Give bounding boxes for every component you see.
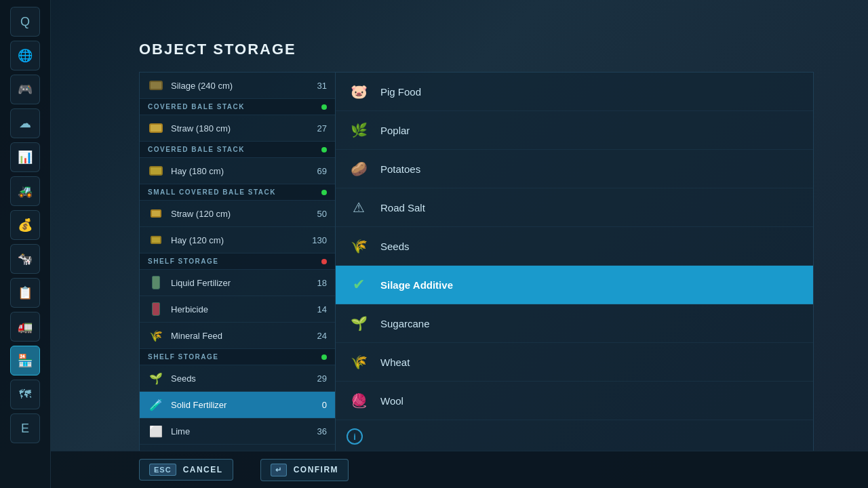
cancel-label: CANCEL [183,465,223,474]
section-header-shelf-2: SHELF STORAGE [140,349,335,365]
list-item-lime[interactable]: ⬜ Lime 36 [140,418,335,445]
right-item-sugarcane[interactable]: 🌱 Sugarcane [336,304,813,343]
bale-hay120-icon [148,232,164,248]
section-dot-1 [321,104,327,110]
section-header-shelf-1: SHELF STORAGE [140,253,335,270]
item-count-silage: 31 [317,81,327,91]
sidebar-icon-chart[interactable]: 📊 [10,142,40,172]
right-item-potatoes[interactable]: 🥔 Potatoes [336,150,813,188]
confirm-key: ↵ [271,464,287,476]
road-salt-icon: ⚠ [347,195,371,220]
item-label-silage: Silage (240 cm) [171,81,312,91]
item-label-liquid-fertilizer: Liquid Fertilizer [171,278,312,288]
sidebar-icon-q[interactable]: Q [10,7,40,37]
silage-additive-icon: ✔ [347,272,371,297]
item-count-hay-120: 130 [312,235,327,245]
right-item-silage-additive[interactable]: ✔ Silage Additive [336,266,813,304]
item-label-hay-180: Hay (180 cm) [171,166,312,176]
right-item-wool[interactable]: 🧶 Wool [336,382,813,420]
right-item-pig-food[interactable]: 🐷 Pig Food [336,73,813,111]
wool-icon: 🧶 [347,388,371,413]
item-label-mineral-feed: Mineral Feed [171,331,312,341]
left-panel[interactable]: Silage (240 cm) 31 COVERED BALE STACK St… [139,72,336,451]
lime-icon: ⬜ [148,423,164,439]
list-item-liquid-fertilizer[interactable]: Liquid Fertilizer 18 [140,270,335,296]
sidebar-icon-tractor[interactable]: 🚜 [10,176,40,206]
item-label-herbicide: Herbicide [171,304,312,314]
item-label-solid-fertilizer: Solid Fertilizer [171,400,317,410]
item-count-straw-180: 27 [317,123,327,134]
right-panel[interactable]: 🐷 Pig Food 🌿 Poplar 🥔 Potatoes [336,72,814,451]
sidebar-icon-storage[interactable]: 🏪 [10,346,40,375]
section-dot-shelf-2 [321,354,327,360]
section-header-small-bale: SMALL COVERED BALE STACK [140,184,335,201]
right-item-wheat[interactable]: 🌾 Wheat [336,343,813,382]
confirm-button[interactable]: ↵ CONFIRM [260,459,349,481]
item-count-solid-fertilizer: 0 [322,400,327,410]
item-label-seeds: Seeds [171,373,312,384]
sidebar-icon-weather[interactable]: ☁ [10,108,40,138]
sidebar-icon-globe[interactable]: 🌐 [10,41,40,70]
right-label-wheat: Wheat [380,357,410,368]
bale-straw120-icon [148,205,164,222]
panels-wrapper: Silage (240 cm) 31 COVERED BALE STACK St… [139,72,814,451]
sidebar-icon-e[interactable]: E [10,413,40,443]
section-header-covered-bale-2: COVERED BALE STACK [140,142,335,158]
bale-hay-icon [148,163,164,179]
poplar-icon: 🌿 [347,118,371,142]
list-item-straw-120[interactable]: Straw (120 cm) 50 [140,201,335,227]
sidebar-icon-contracts[interactable]: 📋 [10,278,40,308]
right-item-road-salt[interactable]: ⚠ Road Salt [336,188,813,227]
mineral-feed-icon: 🌾 [148,327,164,344]
herbicide-icon [148,301,164,317]
item-label-straw-120: Straw (120 cm) [171,209,312,219]
item-label-straw-180: Straw (180 cm) [171,123,312,134]
info-area: i [336,420,813,451]
section-header-label-1: COVERED BALE STACK [148,103,321,110]
item-count-seeds: 29 [317,373,327,384]
main-content: OBJECT STORAGE Silage (240 cm) 31 COVERE… [51,0,868,488]
list-item-solid-fertilizer[interactable]: 🧪 Solid Fertilizer 0 [140,392,335,418]
item-count-herbicide: 14 [317,304,327,314]
list-item-silage[interactable]: Silage (240 cm) 31 [140,73,335,99]
section-header-label-2: COVERED BALE STACK [148,146,321,153]
pig-food-icon: 🐷 [347,79,371,104]
section-header-covered-bale-1: COVERED BALE STACK [140,99,335,115]
right-item-seeds[interactable]: 🌾 Seeds [336,227,813,266]
section-dot-small [321,190,327,195]
right-item-poplar[interactable]: 🌿 Poplar [336,111,813,150]
confirm-label: CONFIRM [294,465,339,474]
right-label-seeds: Seeds [380,241,410,252]
sidebar-icon-map[interactable]: 🗺 [10,380,40,409]
potato-icon: 🥔 [347,157,371,181]
cancel-button[interactable]: ESC CANCEL [139,459,233,481]
sidebar-icon-vehicles[interactable]: 🚛 [10,312,40,342]
wheat-icon: 🌾 [347,350,371,374]
list-item-mineral-feed[interactable]: 🌾 Mineral Feed 24 [140,323,335,349]
sidebar-icon-money[interactable]: 💰 [10,210,40,240]
item-count-lime: 36 [317,426,327,436]
section-header-label-shelf-1: SHELF STORAGE [148,258,321,265]
right-label-sugarcane: Sugarcane [380,318,430,329]
liquid-fertilizer-icon [148,274,164,291]
section-dot-shelf-1 [321,259,327,264]
list-item-hay-180[interactable]: Hay (180 cm) 69 [140,158,335,184]
left-sidebar: Q 🌐 🎮 ☁ 📊 🚜 💰 🐄 📋 🚛 🏪 🗺 E [0,0,51,488]
list-item-straw-180[interactable]: Straw (180 cm) 27 [140,115,335,142]
item-label-hay-120: Hay (120 cm) [171,235,307,245]
item-count-straw-120: 50 [317,209,327,219]
bale-icon [148,77,164,94]
list-item-herbicide[interactable]: Herbicide 14 [140,296,335,323]
item-label-lime: Lime [171,426,312,436]
section-header-label-small: SMALL COVERED BALE STACK [148,188,321,196]
item-count-mineral-feed: 24 [317,331,327,341]
right-label-potatoes: Potatoes [380,163,420,175]
sidebar-icon-animal[interactable]: 🐄 [10,244,40,274]
sidebar-icon-steering[interactable]: 🎮 [10,75,40,104]
list-item-seeds[interactable]: 🌱 Seeds 29 [140,365,335,392]
info-icon: i [347,428,363,445]
section-dot-2 [321,147,327,152]
right-label-road-salt: Road Salt [380,202,425,214]
right-label-poplar: Poplar [380,125,410,136]
list-item-hay-120[interactable]: Hay (120 cm) 130 [140,227,335,253]
